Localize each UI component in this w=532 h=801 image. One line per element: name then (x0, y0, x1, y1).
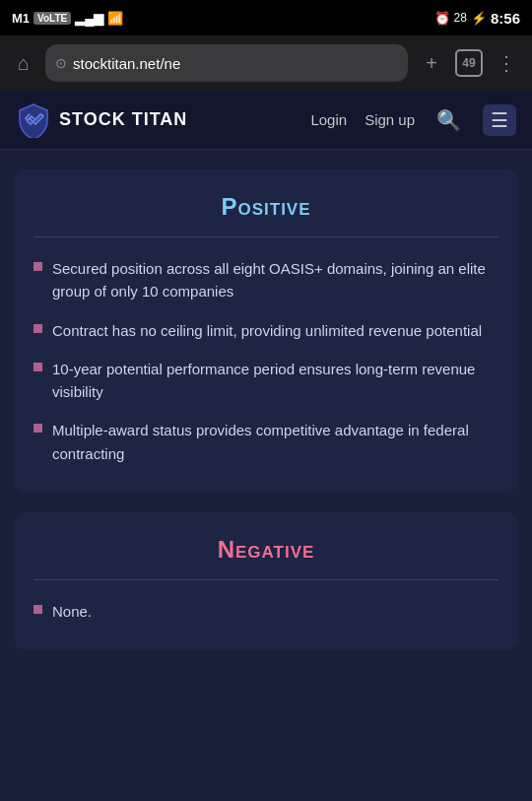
volte-badge: VoLTE (33, 12, 71, 25)
positive-title: Positive (33, 193, 499, 221)
browser-menu-button[interactable]: ⋮ (491, 47, 522, 79)
add-tab-button[interactable]: + (416, 47, 447, 79)
ellipsis-icon: ⋮ (497, 51, 516, 75)
status-bar: M1 VoLTE ▂▄▆ 📶 ⏰ 28 ⚡ 8:56 (0, 0, 532, 35)
negative-bullet-list: None. (33, 600, 499, 623)
site-security-icon: ⊙ (55, 55, 67, 71)
tabs-count-button[interactable]: 49 (455, 49, 483, 77)
battery-icon: ⚡ (471, 11, 487, 26)
logo-text: STOCK TITAN (59, 109, 187, 130)
home-button[interactable]: ⌂ (10, 49, 37, 77)
list-item: 10-year potential performance period ens… (33, 358, 499, 404)
alarm-icon: ⏰ (434, 11, 450, 26)
bullet-icon (33, 363, 42, 371)
plus-icon: + (426, 52, 437, 75)
wifi-icon: 📶 (107, 11, 123, 26)
navbar: STOCK TITAN Login Sign up 🔍 ☰ (0, 91, 532, 150)
logo-area: STOCK TITAN (16, 102, 310, 138)
tab-count: 49 (462, 56, 475, 70)
list-item: Multiple-award status provides competiti… (33, 419, 499, 465)
bullet-icon (33, 605, 42, 614)
url-text: stocktitan.net/ne (73, 55, 398, 72)
status-right: ⏰ 28 ⚡ 8:56 (434, 10, 520, 27)
logo-shield-icon (16, 102, 51, 138)
carrier-info: M1 VoLTE ▂▄▆ 📶 (12, 11, 123, 26)
hamburger-icon: ☰ (491, 109, 508, 131)
home-icon: ⌂ (18, 52, 30, 75)
bullet-text: Contract has no ceiling limit, providing… (52, 319, 482, 342)
address-bar[interactable]: ⊙ stocktitan.net/ne (45, 44, 408, 82)
bullet-text: Secured position across all eight OASIS+… (52, 257, 499, 303)
search-button[interactable]: 🔍 (432, 104, 465, 136)
main-content: Positive Secured position across all eig… (0, 169, 532, 650)
negative-divider (33, 579, 499, 580)
menu-button[interactable]: ☰ (483, 104, 516, 136)
browser-chrome: ⌂ ⊙ stocktitan.net/ne + 49 ⋮ (0, 35, 532, 91)
bullet-text: None. (52, 600, 92, 623)
signup-link[interactable]: Sign up (365, 111, 415, 128)
signal-icon: ▂▄▆ (75, 11, 103, 26)
bullet-text: Multiple-award status provides competiti… (52, 419, 499, 465)
list-item: Secured position across all eight OASIS+… (33, 257, 499, 303)
list-item: Contract has no ceiling limit, providing… (33, 319, 499, 342)
list-item: None. (33, 600, 499, 623)
positive-divider (33, 236, 499, 237)
negative-section: Negative None. (14, 512, 518, 650)
battery-percent: 28 (454, 11, 467, 25)
carrier-name: M1 (12, 11, 30, 26)
time: 8:56 (491, 10, 520, 27)
bullet-icon (33, 424, 42, 433)
nav-links: Login Sign up 🔍 ☰ (310, 104, 516, 136)
search-icon: 🔍 (436, 109, 461, 131)
positive-bullet-list: Secured position across all eight OASIS+… (33, 257, 499, 465)
bullet-icon (33, 324, 42, 333)
positive-section: Positive Secured position across all eig… (14, 169, 518, 493)
login-link[interactable]: Login (310, 111, 347, 128)
negative-title: Negative (33, 536, 499, 564)
bullet-icon (33, 262, 42, 271)
bullet-text: 10-year potential performance period ens… (52, 358, 499, 404)
